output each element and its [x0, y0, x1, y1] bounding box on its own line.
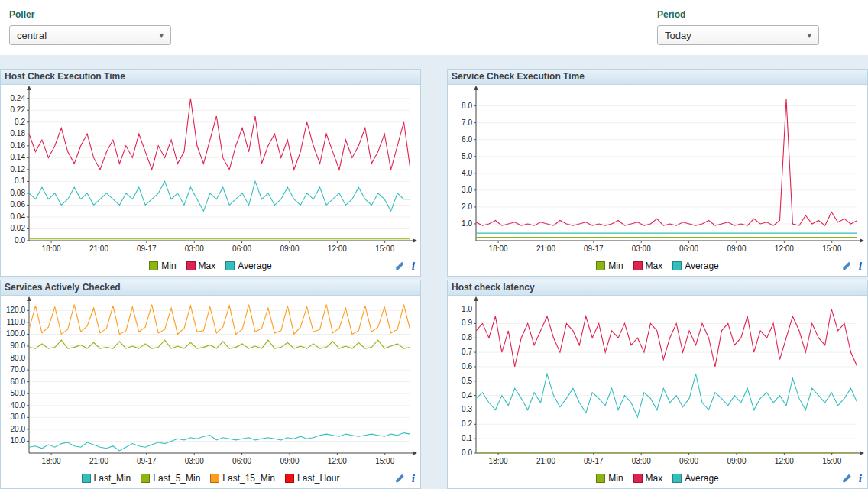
legend-label: Max — [646, 261, 663, 271]
legend-item-min: Min — [596, 473, 623, 484]
edit-pencil-icon[interactable] — [842, 474, 852, 484]
legend-item-max: Max — [633, 473, 663, 484]
svg-text:80.0: 80.0 — [11, 354, 26, 362]
svg-text:09-17: 09-17 — [584, 244, 604, 253]
legend-swatch — [186, 261, 196, 270]
svg-text:12:00: 12:00 — [328, 244, 347, 253]
svg-text:03:00: 03:00 — [185, 244, 204, 253]
svg-text:20.0: 20.0 — [11, 425, 26, 433]
svg-text:4.0: 4.0 — [462, 169, 472, 177]
legend-item-max: Max — [633, 261, 663, 271]
svg-text:2.0: 2.0 — [462, 202, 472, 211]
svg-text:06:00: 06:00 — [232, 244, 251, 253]
svg-text:0.3: 0.3 — [462, 405, 472, 413]
svg-text:90.0: 90.0 — [11, 342, 26, 350]
svg-text:15:00: 15:00 — [375, 244, 394, 253]
legend-item-last_15_min: Last_15_Min — [210, 473, 275, 484]
legend-item-last_5_min: Last_5_Min — [141, 473, 200, 484]
chevron-down-icon: ▾ — [159, 31, 164, 40]
poller-select[interactable]: central ▾ — [9, 25, 171, 45]
period-filter: Period Today ▾ — [657, 9, 819, 45]
svg-text:03:00: 03:00 — [185, 457, 204, 465]
legend-swatch — [672, 474, 682, 483]
chart-legend-row: Last_MinLast_5_MinLast_15_MinLast_Hour i — [1, 468, 420, 488]
legend-swatch — [672, 261, 682, 270]
info-icon[interactable]: i — [859, 261, 862, 271]
edit-pencil-icon[interactable] — [842, 261, 852, 271]
legend-item-average: Average — [672, 473, 718, 484]
chart-service-check-execution-time[interactable]: 1.02.03.04.05.06.07.08.018:0021:0009-170… — [448, 85, 867, 256]
chart-legend: MinMaxAverage — [596, 261, 719, 271]
chart-legend: MinMaxAverage — [149, 261, 272, 271]
poller-selected-value: central — [17, 30, 47, 41]
panel-title: Host check latency — [448, 280, 867, 296]
chart-host-check-latency[interactable]: 0.00.10.20.30.40.50.60.70.80.91.018:0021… — [448, 296, 867, 468]
legend-label: Min — [608, 261, 623, 271]
panel-services-actively-checked: Services Actively Checked 10.020.030.040… — [0, 280, 421, 489]
legend-item-min: Min — [596, 261, 623, 271]
svg-text:09:00: 09:00 — [280, 457, 299, 465]
svg-text:10.0: 10.0 — [11, 436, 26, 445]
svg-text:21:00: 21:00 — [536, 457, 555, 465]
svg-text:5.0: 5.0 — [462, 152, 472, 160]
chart-legend-row: MinMaxAverage i — [1, 256, 420, 276]
svg-text:8.0: 8.0 — [462, 102, 472, 110]
panel-title: Host Check Execution Time — [1, 70, 420, 85]
svg-text:0.08: 0.08 — [11, 189, 26, 197]
chart-host-check-execution-time[interactable]: 0.00.020.040.060.080.10.120.140.160.180.… — [1, 85, 420, 256]
info-icon[interactable]: i — [859, 474, 862, 484]
svg-text:120.0: 120.0 — [6, 306, 25, 314]
legend-label: Last_15_Min — [222, 473, 275, 484]
poller-label: Poller — [9, 9, 171, 20]
legend-label: Max — [199, 261, 216, 271]
legend-swatch — [82, 474, 91, 483]
svg-text:0.5: 0.5 — [462, 377, 472, 385]
svg-text:12:00: 12:00 — [775, 244, 794, 253]
svg-text:1.0: 1.0 — [462, 305, 472, 313]
svg-text:0.9: 0.9 — [462, 319, 472, 327]
legend-item-last_hour: Last_Hour — [285, 473, 339, 484]
svg-text:03:00: 03:00 — [632, 244, 651, 253]
filter-bar: Poller central ▾ Period Today ▾ — [0, 0, 868, 55]
chart-legend-row: MinMaxAverage i — [448, 468, 867, 488]
legend-label: Average — [238, 261, 271, 271]
svg-text:0.16: 0.16 — [11, 141, 26, 150]
svg-text:06:00: 06:00 — [679, 244, 698, 253]
svg-text:0.22: 0.22 — [11, 105, 26, 114]
svg-text:3.0: 3.0 — [462, 186, 472, 194]
edit-pencil-icon[interactable] — [395, 261, 405, 271]
chart-services-actively-checked[interactable]: 10.020.030.040.050.060.070.080.090.0100.… — [1, 296, 420, 468]
legend-label: Min — [161, 261, 176, 271]
legend-swatch — [633, 474, 643, 483]
svg-text:18:00: 18:00 — [42, 457, 61, 465]
svg-text:09-17: 09-17 — [137, 457, 157, 465]
info-icon[interactable]: i — [412, 261, 415, 271]
svg-text:21:00: 21:00 — [536, 244, 555, 253]
info-icon[interactable]: i — [412, 474, 415, 484]
svg-text:60.0: 60.0 — [11, 377, 26, 386]
legend-swatch — [210, 474, 219, 483]
legend-label: Max — [646, 473, 663, 484]
svg-text:0.24: 0.24 — [11, 94, 26, 102]
svg-text:6.0: 6.0 — [462, 135, 472, 144]
svg-text:21:00: 21:00 — [89, 244, 108, 253]
svg-text:15:00: 15:00 — [822, 457, 841, 465]
svg-text:09:00: 09:00 — [727, 457, 746, 465]
svg-text:12:00: 12:00 — [775, 457, 794, 465]
svg-text:0.12: 0.12 — [11, 165, 26, 173]
chevron-down-icon: ▾ — [807, 31, 811, 40]
panel-title: Service Check Execution Time — [448, 70, 867, 85]
svg-text:0.14: 0.14 — [11, 153, 26, 161]
edit-pencil-icon[interactable] — [395, 474, 405, 484]
panel-service-check-execution-time: Service Check Execution Time 1.02.03.04.… — [447, 69, 868, 277]
svg-text:0.18: 0.18 — [11, 129, 26, 138]
legend-swatch — [596, 474, 605, 483]
period-select[interactable]: Today ▾ — [657, 25, 819, 45]
svg-text:30.0: 30.0 — [11, 413, 26, 421]
svg-text:15:00: 15:00 — [375, 457, 394, 465]
legend-swatch — [633, 261, 643, 270]
svg-text:0.0: 0.0 — [15, 236, 25, 244]
svg-text:100.0: 100.0 — [6, 329, 25, 338]
period-selected-value: Today — [665, 30, 691, 41]
legend-label: Average — [685, 261, 718, 271]
